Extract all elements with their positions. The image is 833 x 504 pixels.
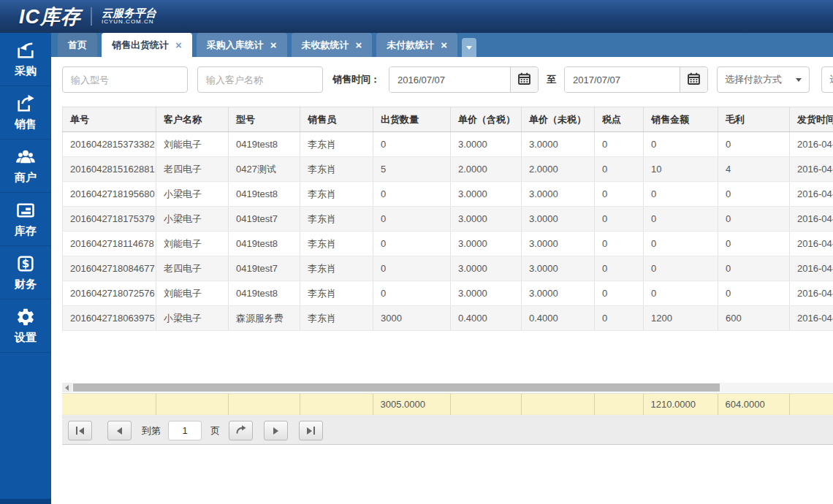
tab-close-icon[interactable]: × (356, 39, 362, 50)
table-cell: 老四电子 (156, 256, 229, 281)
tab-sales-shipment-stats[interactable]: 销售出货统计 × (102, 33, 192, 57)
date-to-calendar-button[interactable] (680, 67, 707, 92)
tab-label: 首页 (68, 39, 87, 52)
column-header-tax-point[interactable]: 税点 (595, 107, 644, 132)
tab-purchase-inbound-stats[interactable]: 采购入库统计 × (197, 33, 287, 57)
table-cell: 李东肖 (300, 281, 373, 306)
table-cell: 3.0000 (522, 256, 595, 281)
table-cell: 0.4000 (522, 306, 595, 331)
column-header-gross-profit[interactable]: 毛利 (718, 107, 790, 132)
table-cell: 李东肖 (300, 157, 373, 182)
arrow-left-icon (65, 385, 69, 391)
payment-method-select[interactable]: 选择付款方式 (717, 66, 810, 93)
next-page-button[interactable] (264, 421, 288, 440)
arrow-left-icon (79, 427, 84, 435)
table-cell: 0419test7 (229, 256, 300, 281)
last-page-button[interactable] (299, 421, 323, 440)
table-cell: 0 (595, 157, 644, 182)
table-cell: 2016-04- (790, 281, 833, 306)
sidebar-item-inventory[interactable]: 库存 (0, 193, 51, 246)
column-header-price-incl-tax[interactable]: 单价（含税） (451, 107, 522, 132)
column-header-order-no[interactable]: 单号 (63, 107, 156, 132)
table-row[interactable]: 2016042718063975小梁电子森源服务费李东肖30000.40000.… (63, 306, 833, 331)
scroll-left-button[interactable] (62, 383, 72, 392)
chevron-down-icon (796, 78, 802, 82)
table-cell: 2.0000 (451, 157, 522, 182)
table-cell: 0 (718, 132, 790, 157)
arrow-right-icon (273, 427, 278, 435)
table-cell: 2016042718084677 (63, 256, 156, 281)
summary-cell: 1210.0000 (643, 394, 718, 415)
column-header-sales-amount[interactable]: 销售金额 (644, 107, 718, 132)
column-header-salesperson[interactable]: 销售员 (300, 107, 373, 132)
tab-close-icon[interactable]: × (270, 39, 277, 50)
merchants-icon (15, 147, 36, 167)
table-cell: 0419test8 (229, 132, 300, 157)
secondary-select[interactable]: 选择 (821, 66, 833, 93)
sidebar-item-purchase[interactable]: 采购 (0, 33, 51, 86)
sidebar-item-settings[interactable]: 设置 (0, 299, 51, 353)
date-from-group (389, 66, 539, 93)
tab-overflow-dropdown[interactable] (462, 38, 476, 57)
first-page-icon (76, 427, 77, 435)
table-cell: 0419test7 (229, 207, 300, 232)
table-row[interactable]: 2016042718072576刘能电子0419test8李东肖03.00003… (63, 281, 833, 306)
tab-unreceived-stats[interactable]: 未收款统计 × (292, 33, 373, 57)
table-cell: 0 (595, 232, 644, 256)
horizontal-scrollbar[interactable] (62, 383, 833, 392)
tab-close-icon[interactable]: × (441, 39, 447, 50)
table-cell: 3.0000 (451, 232, 522, 256)
scrollbar-thumb[interactable] (73, 383, 720, 392)
table-row[interactable]: 2016042815162881老四电子0427测试李东肖52.00002.00… (63, 157, 833, 182)
sidebar-item-finance[interactable]: $ 财务 (0, 246, 51, 299)
page-number-input[interactable] (168, 421, 202, 440)
table-cell: 0 (718, 207, 790, 232)
app-logo: IC库存 (19, 4, 81, 30)
table-cell: 1200 (644, 306, 718, 331)
customer-name-input[interactable] (197, 66, 323, 93)
first-page-button[interactable] (68, 421, 92, 440)
table-cell: 2016-04- (790, 207, 833, 232)
model-input[interactable] (62, 66, 188, 93)
goto-page-button[interactable] (229, 421, 253, 440)
table-cell: 0 (644, 232, 718, 256)
column-header-customer[interactable]: 客户名称 (156, 107, 229, 132)
table-cell: 2016-04- (790, 182, 833, 207)
column-header-model[interactable]: 型号 (229, 107, 300, 132)
table-cell: 3.0000 (451, 207, 522, 232)
table-cell: 0 (644, 207, 718, 232)
table-cell: 2016-04- (790, 306, 833, 331)
table-row[interactable]: 2016042718195680小梁电子0419test8李东肖03.00003… (63, 182, 833, 207)
date-from-input[interactable] (389, 67, 510, 92)
table-row[interactable]: 2016042718084677老四电子0419test7李东肖03.00003… (63, 256, 833, 281)
table-cell: 0 (595, 132, 644, 157)
table-cell: 4 (718, 157, 790, 182)
date-to-input[interactable] (565, 67, 680, 92)
column-header-price-excl-tax[interactable]: 单价（未税） (522, 107, 595, 132)
table-row[interactable]: 2016042718114678刘能电子0419test8李东肖03.00003… (63, 232, 833, 256)
table-cell: 2016-04- (790, 232, 833, 256)
tab-home[interactable]: 首页 (58, 33, 97, 57)
previous-page-button[interactable] (107, 421, 132, 440)
table-row[interactable]: 2016042815373382刘能电子0419test8李东肖03.00003… (63, 132, 833, 157)
table-cell: 0 (595, 182, 644, 207)
sidebar-item-label: 设置 (15, 331, 37, 345)
sidebar-item-label: 财务 (15, 278, 37, 291)
sidebar-item-sales[interactable]: 销售 (0, 86, 51, 140)
table-cell: 0 (373, 232, 451, 256)
summary-cell (156, 394, 228, 415)
date-from-calendar-button[interactable] (510, 67, 538, 92)
table-row[interactable]: 2016042718175379小梁电子0419test7李东肖03.00003… (63, 207, 833, 232)
payment-method-select-value: 选择付款方式 (725, 73, 782, 86)
last-page-icon (313, 427, 315, 435)
table-cell: 森源服务费 (229, 306, 300, 331)
sidebar-item-label: 采购 (15, 64, 37, 78)
column-header-ship-time[interactable]: 发货时间 (790, 107, 833, 132)
tab-close-icon[interactable]: × (175, 39, 182, 50)
sidebar-item-merchants[interactable]: 商户 (0, 140, 51, 193)
column-header-qty[interactable]: 出货数量 (373, 107, 451, 132)
table-cell: 小梁电子 (156, 182, 229, 207)
sidebar: 采购 销售 商户 库存 $ 财务 (0, 33, 51, 504)
tab-unpaid-stats[interactable]: 未付款统计 × (376, 33, 457, 57)
table-cell: 李东肖 (300, 132, 373, 157)
